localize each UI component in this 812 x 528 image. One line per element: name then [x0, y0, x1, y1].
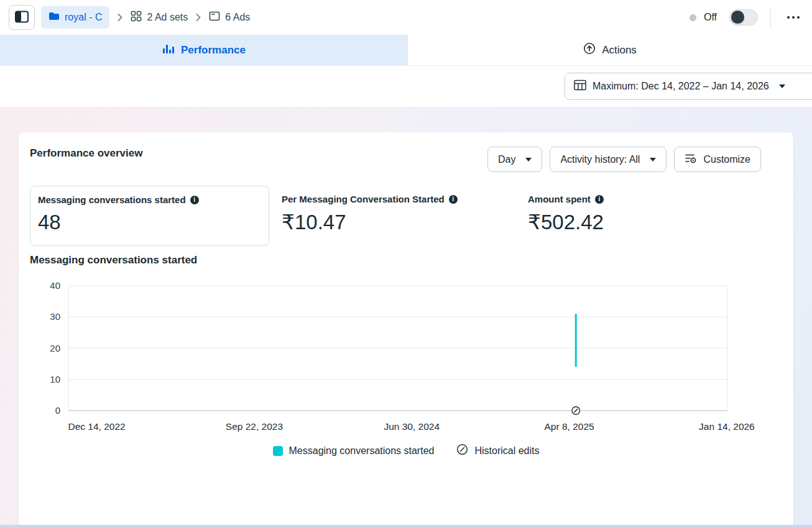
- metric-value: 48: [38, 211, 261, 234]
- customize-label: Customize: [703, 154, 750, 165]
- svg-text:Jan 14, 2026: Jan 14, 2026: [699, 421, 755, 432]
- metric-label-row: Amount spent i: [528, 194, 706, 204]
- metric-label-row: Messaging conversations started i: [38, 194, 261, 205]
- ads-manager-page: royal - C 2 Ad sets 6 Ads Off: [0, 0, 812, 528]
- sliders-gear-icon: [685, 153, 697, 166]
- svg-text:Sep 22, 2023: Sep 22, 2023: [226, 421, 283, 432]
- performance-chart[interactable]: 010203040Dec 14, 2022Sep 22, 2023Jun 30,…: [19, 281, 793, 437]
- tab-performance-label: Performance: [181, 44, 246, 57]
- metric-amount-spent[interactable]: Amount spent i ₹502.42: [520, 186, 713, 246]
- teal-swatch-icon: [273, 446, 283, 456]
- info-icon[interactable]: i: [595, 195, 604, 204]
- svg-text:10: 10: [50, 374, 60, 385]
- status-label: Off: [704, 12, 717, 23]
- legend-item-messaging-conversations[interactable]: Messaging conversations started: [273, 445, 435, 457]
- metric-label: Amount spent: [528, 194, 591, 204]
- info-icon[interactable]: i: [190, 196, 199, 204]
- date-range-row: Maximum: Dec 14, 2022 – Jan 14, 2026: [0, 66, 812, 107]
- breadcrumb-campaign-label: royal - C: [65, 12, 102, 23]
- tab-actions[interactable]: Actions: [408, 35, 812, 65]
- chevron-right-icon: [117, 13, 123, 22]
- metric-per-messaging-conversation[interactable]: Per Messaging Conversation Started i ₹10…: [274, 186, 520, 246]
- adsets-grid-icon: [131, 11, 142, 24]
- chevron-right-icon: [195, 13, 201, 22]
- chart-title: Messaging conversations started: [30, 254, 197, 266]
- toggle-knob: [731, 11, 744, 24]
- metric-value: ₹502.42: [528, 210, 706, 234]
- tab-performance[interactable]: Performance: [0, 35, 408, 65]
- ellipsis-icon: [787, 16, 790, 19]
- calendar-grid-icon: [574, 80, 586, 93]
- bar-chart-icon: [162, 43, 175, 57]
- breadcrumb-campaign[interactable]: royal - C: [41, 6, 109, 29]
- activity-history-dropdown[interactable]: Activity history: All: [550, 147, 667, 172]
- vertical-divider: [770, 7, 771, 28]
- chart-legend: Messaging conversations started Historic…: [19, 444, 793, 458]
- svg-text:Jun 30, 2024: Jun 30, 2024: [384, 421, 440, 432]
- metric-messaging-conversations-started[interactable]: Messaging conversations started i 48: [30, 186, 269, 246]
- campaign-status-toggle[interactable]: [729, 9, 758, 25]
- legend-label: Messaging conversations started: [289, 445, 435, 457]
- breadcrumb-adsets[interactable]: 2 Ad sets: [131, 11, 188, 24]
- svg-text:0: 0: [55, 405, 60, 416]
- ads-frame-icon: [209, 11, 220, 24]
- legend-label: Historical edits: [474, 445, 539, 457]
- performance-overview-card: Performance overview Day Activity histor…: [19, 132, 793, 525]
- svg-text:40: 40: [50, 281, 60, 291]
- legend-item-historical-edits[interactable]: Historical edits: [456, 444, 539, 458]
- main-content: Performance overview Day Activity histor…: [0, 107, 812, 528]
- tab-actions-label: Actions: [602, 44, 637, 57]
- sidebar-toggle-button[interactable]: [9, 5, 35, 30]
- view-tabs: Performance Actions: [0, 35, 812, 66]
- status-dot: [690, 14, 696, 21]
- historical-edit-icon: [456, 444, 468, 458]
- arrow-up-circle-icon: [583, 42, 596, 58]
- chevron-down-icon: [525, 158, 532, 162]
- svg-text:30: 30: [50, 311, 60, 322]
- metric-value: ₹10.47: [282, 210, 513, 234]
- folder-icon: [48, 12, 60, 24]
- customize-button[interactable]: Customize: [674, 147, 761, 172]
- chevron-down-icon: [650, 158, 656, 162]
- top-bar: royal - C 2 Ad sets 6 Ads Off: [0, 0, 812, 35]
- metric-label: Messaging conversations started: [38, 194, 186, 205]
- info-icon[interactable]: i: [449, 195, 458, 204]
- breadcrumb-ads-label: 6 Ads: [225, 12, 250, 23]
- card-title: Performance overview: [30, 147, 142, 160]
- activity-history-label: Activity history: All: [560, 154, 640, 165]
- breadcrumb-adsets-label: 2 Ad sets: [147, 12, 188, 23]
- svg-text:Apr 8, 2025: Apr 8, 2025: [545, 421, 594, 432]
- more-options-button[interactable]: [783, 10, 803, 25]
- date-range-selector[interactable]: Maximum: Dec 14, 2022 – Jan 14, 2026: [565, 73, 812, 100]
- sidebar-panel-icon: [15, 11, 29, 25]
- metric-label: Per Messaging Conversation Started: [282, 194, 445, 204]
- day-dropdown-label: Day: [498, 154, 515, 165]
- date-range-label: Maximum: Dec 14, 2022 – Jan 14, 2026: [593, 81, 769, 92]
- overview-controls: Day Activity history: All Customize: [487, 147, 761, 172]
- svg-text:Dec 14, 2022: Dec 14, 2022: [68, 421, 125, 432]
- svg-text:20: 20: [50, 343, 60, 353]
- bottom-strip: [0, 525, 812, 528]
- chevron-down-icon: [779, 84, 785, 88]
- breadcrumb-ads[interactable]: 6 Ads: [209, 11, 250, 24]
- day-dropdown[interactable]: Day: [487, 147, 542, 172]
- metric-label-row: Per Messaging Conversation Started i: [282, 194, 513, 204]
